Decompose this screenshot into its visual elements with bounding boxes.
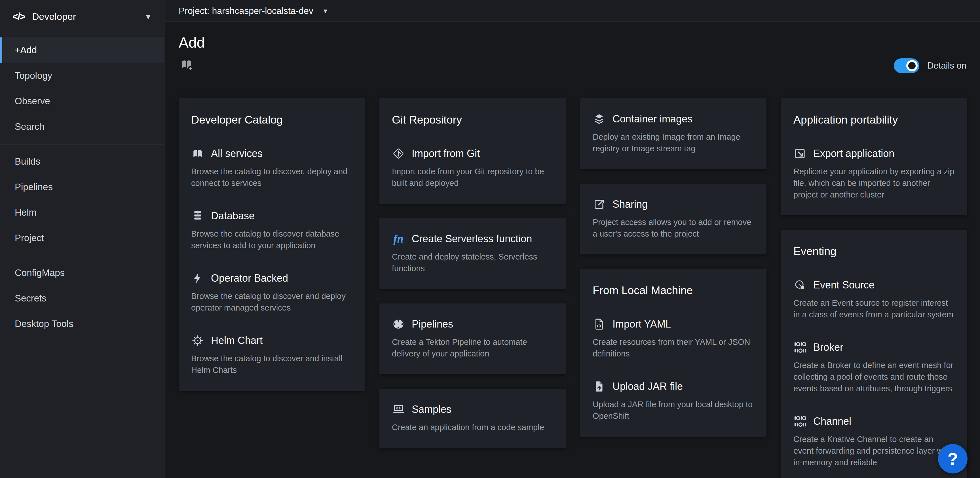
- sidebar-group: ConfigMaps Secrets Desktop Tools: [0, 256, 164, 342]
- tile-operator-backed[interactable]: Operator Backed Browse the catalog to di…: [191, 272, 352, 314]
- tile-title: Broker: [813, 341, 843, 353]
- tile-broker[interactable]: Broker Create a Broker to define an even…: [794, 341, 955, 394]
- tile-import-yaml[interactable]: Import YAML Create resources from their …: [593, 318, 754, 360]
- tile-title: Helm Chart: [211, 335, 262, 346]
- card-column-3: Container images Deploy an existing Imag…: [580, 98, 767, 437]
- tile-description: Browse the catalog to discover and insta…: [191, 353, 352, 376]
- import-yaml-icon: [593, 318, 606, 331]
- container-images-icon: [593, 113, 606, 125]
- card-title-git-repository: Git Repository: [392, 114, 553, 126]
- card-eventing: Eventing Event Source Create an Event so…: [781, 230, 967, 478]
- sidebar-nav: +Add Topology Observe Search Builds Pipe…: [0, 33, 164, 342]
- chevron-down-icon: ▾: [146, 12, 150, 22]
- tile-title: Export application: [813, 148, 894, 159]
- tile-helm-chart[interactable]: Helm Chart Browse the catalog to discove…: [191, 334, 352, 376]
- sidebar: </> Developer ▾ +Add Topology Observe Se…: [0, 0, 164, 478]
- tile-database[interactable]: Database Browse the catalog to discover …: [191, 210, 352, 251]
- event-source-icon: [794, 278, 807, 292]
- tile-title: Import YAML: [612, 318, 671, 330]
- sidebar-item-configmaps[interactable]: ConfigMaps: [0, 260, 164, 286]
- card-samples: Samples Create an application from a cod…: [379, 389, 566, 448]
- tile-upload-jar-file[interactable]: Upload JAR file Upload a JAR file from y…: [593, 380, 754, 422]
- tile-export-application[interactable]: Export application Replicate your applic…: [794, 147, 955, 201]
- card-serverless-function: fn Create Serverless function Create and…: [379, 218, 566, 289]
- tile-channel[interactable]: Channel Create a Knative Channel to crea…: [794, 415, 955, 468]
- sidebar-item-pipelines[interactable]: Pipelines: [0, 174, 164, 200]
- sidebar-item-project[interactable]: Project: [0, 225, 164, 251]
- details-toggle-group: Details on: [894, 58, 966, 73]
- tile-title: Pipelines: [412, 318, 453, 330]
- card-pipelines: Pipelines Create a Tekton Pipeline to au…: [379, 303, 566, 374]
- tile-description: Create resources from their YAML or JSON…: [593, 336, 754, 360]
- main-content: Project: harshcasper-localsta-dev ▾ Add …: [165, 0, 980, 478]
- sidebar-item-helm[interactable]: Helm: [0, 200, 164, 225]
- chevron-down-icon: ▾: [323, 6, 327, 15]
- tile-title: All services: [211, 148, 262, 159]
- tile-all-services[interactable]: All services Browse the catalog to disco…: [191, 147, 352, 189]
- sidebar-item-topology[interactable]: Topology: [0, 63, 164, 88]
- tile-description: Project access allows you to add or remo…: [593, 216, 754, 240]
- details-toggle[interactable]: [894, 58, 919, 73]
- tile-description: Deploy an existing Image from an Image r…: [593, 131, 754, 154]
- card-column-4: Application portability Export applicati…: [781, 98, 967, 478]
- tile-description: Create a Broker to define an event mesh …: [794, 360, 955, 394]
- tile-sharing[interactable]: Sharing Project access allows you to add…: [593, 198, 754, 240]
- card-container-images: Container images Deploy an existing Imag…: [580, 98, 767, 169]
- card-title-from-local-machine: From Local Machine: [593, 284, 754, 297]
- sidebar-item-builds[interactable]: Builds: [0, 149, 164, 174]
- samples-icon: [392, 403, 405, 416]
- tile-import-from-git[interactable]: Import from Git Import code from your Gi…: [392, 147, 553, 189]
- card-column-2: Git Repository Import from Git Import co…: [379, 98, 566, 448]
- sidebar-item-observe[interactable]: Observe: [0, 88, 164, 114]
- tile-title: Samples: [412, 403, 452, 415]
- sidebar-item-search[interactable]: Search: [0, 114, 164, 140]
- card-title-application-portability: Application portability: [794, 114, 955, 126]
- tile-pipelines[interactable]: Pipelines Create a Tekton Pipeline to au…: [392, 318, 553, 360]
- tile-title: Event Source: [813, 279, 875, 291]
- sidebar-item-desktop-tools[interactable]: Desktop Tools: [0, 311, 164, 337]
- catalog-book-icon: [191, 147, 204, 160]
- toggle-knob: [906, 60, 918, 71]
- card-developer-catalog: Developer Catalog All services Browse th…: [179, 98, 365, 391]
- card-sharing: Sharing Project access allows you to add…: [580, 184, 767, 254]
- upload-jar-icon: [593, 380, 606, 393]
- operator-bolt-icon: [191, 272, 204, 285]
- tile-title: Database: [211, 210, 255, 222]
- card-git-repository: Git Repository Import from Git Import co…: [379, 98, 566, 204]
- tile-description: Replicate your application by exporting …: [794, 166, 955, 201]
- quick-start-book-plus-icon[interactable]: [179, 57, 194, 72]
- card-title-developer-catalog: Developer Catalog: [191, 114, 352, 126]
- tile-samples[interactable]: Samples Create an application from a cod…: [392, 403, 553, 433]
- tile-description: Create a Knative Channel to create an ev…: [794, 434, 955, 468]
- project-selector[interactable]: Project: harshcasper-localsta-dev ▾: [179, 6, 327, 16]
- perspective-label: Developer: [32, 11, 146, 22]
- git-icon: [392, 147, 405, 160]
- tile-create-serverless-function[interactable]: fn Create Serverless function Create and…: [392, 232, 553, 274]
- tile-description: Create and deploy stateless, Serverless …: [392, 251, 553, 274]
- tile-description: Import code from your Git repository to …: [392, 166, 553, 189]
- tile-container-images[interactable]: Container images Deploy an existing Imag…: [593, 113, 754, 154]
- card-application-portability: Application portability Export applicati…: [781, 98, 967, 215]
- sidebar-item-secrets[interactable]: Secrets: [0, 286, 164, 311]
- perspective-switcher[interactable]: </> Developer ▾: [0, 0, 164, 33]
- card-column-1: Developer Catalog All services Browse th…: [179, 98, 365, 391]
- broker-icon: [794, 341, 807, 354]
- share-icon: [593, 198, 606, 211]
- card-title-eventing: Eventing: [794, 245, 955, 257]
- tile-title: Channel: [813, 415, 851, 427]
- tile-description: Browse the catalog to discover and deplo…: [191, 291, 352, 314]
- project-bar: Project: harshcasper-localsta-dev ▾: [165, 0, 980, 22]
- tile-title: Container images: [612, 113, 692, 125]
- tile-event-source[interactable]: Event Source Create an Event source to r…: [794, 278, 955, 321]
- tile-description: Create a Tekton Pipeline to automate del…: [392, 336, 553, 360]
- tile-title: Create Serverless function: [412, 233, 532, 245]
- tile-title: Sharing: [612, 199, 648, 210]
- details-toggle-label: Details on: [927, 60, 966, 71]
- page-title: Add: [179, 34, 966, 51]
- sidebar-group: +Add Topology Observe Search: [0, 33, 164, 145]
- database-icon: [191, 210, 204, 222]
- serverless-fn-icon: fn: [392, 232, 405, 245]
- tile-description: Browse the catalog to discover database …: [191, 228, 352, 251]
- help-button[interactable]: ?: [938, 444, 967, 473]
- sidebar-item-add[interactable]: +Add: [0, 37, 164, 63]
